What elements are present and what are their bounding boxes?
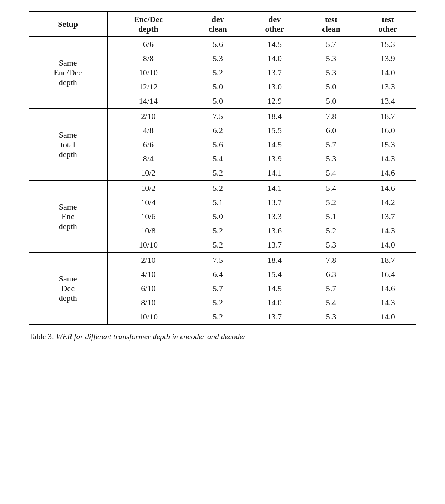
depth-cell: 4/8 xyxy=(107,123,189,138)
header-setup: Setup xyxy=(29,12,107,37)
depth-cell: 12/12 xyxy=(107,80,189,94)
dev-clean-cell: 5.0 xyxy=(189,94,246,109)
table-row: Same Dec depth2/107.518.47.818.7 xyxy=(29,253,416,268)
caption-label: Table 3: xyxy=(29,332,54,341)
dev-other-cell: 14.5 xyxy=(246,37,303,52)
header-depth: Enc/Dec depth xyxy=(107,12,189,37)
depth-cell: 14/14 xyxy=(107,94,189,109)
test-other-cell: 14.6 xyxy=(359,281,416,296)
depth-cell: 10/10 xyxy=(107,66,189,80)
dev-other-cell: 12.9 xyxy=(246,94,303,109)
test-clean-cell: 5.7 xyxy=(303,281,359,296)
test-clean-cell: 5.3 xyxy=(303,238,359,253)
test-other-cell: 14.6 xyxy=(359,181,416,196)
header-dev-other: dev other xyxy=(246,12,303,37)
test-clean-cell: 5.0 xyxy=(303,94,359,109)
results-table: Setup Enc/Dec depth dev clean dev other … xyxy=(29,11,416,325)
setup-cell: Same total depth xyxy=(29,109,107,181)
test-clean-cell: 5.3 xyxy=(303,51,359,66)
dev-other-cell: 14.0 xyxy=(246,296,303,310)
depth-cell: 2/10 xyxy=(107,253,189,268)
test-other-cell: 18.7 xyxy=(359,109,416,124)
dev-other-cell: 15.5 xyxy=(246,123,303,138)
dev-clean-cell: 5.6 xyxy=(189,37,246,52)
dev-other-cell: 13.7 xyxy=(246,66,303,80)
test-other-cell: 18.7 xyxy=(359,253,416,268)
dev-other-cell: 13.7 xyxy=(246,238,303,253)
page-container: Setup Enc/Dec depth dev clean dev other … xyxy=(29,11,416,343)
depth-cell: 10/10 xyxy=(107,238,189,253)
test-other-cell: 13.4 xyxy=(359,94,416,109)
dev-other-cell: 18.4 xyxy=(246,253,303,268)
test-clean-cell: 5.3 xyxy=(303,152,359,166)
dev-clean-cell: 5.0 xyxy=(189,210,246,224)
dev-clean-cell: 6.4 xyxy=(189,267,246,281)
test-clean-cell: 5.3 xyxy=(303,66,359,80)
table-caption: Table 3: WER for different transformer d… xyxy=(29,331,416,343)
dev-clean-cell: 5.6 xyxy=(189,138,246,152)
depth-cell: 10/2 xyxy=(107,166,189,181)
depth-cell: 10/2 xyxy=(107,181,189,196)
depth-cell: 10/6 xyxy=(107,210,189,224)
dev-clean-cell: 5.2 xyxy=(189,66,246,80)
table-row: Same total depth2/107.518.47.818.7 xyxy=(29,109,416,124)
dev-other-cell: 14.1 xyxy=(246,166,303,181)
test-clean-cell: 5.7 xyxy=(303,138,359,152)
dev-clean-cell: 5.1 xyxy=(189,195,246,210)
dev-other-cell: 14.5 xyxy=(246,138,303,152)
test-clean-cell: 7.8 xyxy=(303,109,359,124)
depth-cell: 8/8 xyxy=(107,51,189,66)
dev-clean-cell: 5.0 xyxy=(189,80,246,94)
header-test-clean: test clean xyxy=(303,12,359,37)
dev-other-cell: 13.9 xyxy=(246,152,303,166)
test-other-cell: 13.7 xyxy=(359,210,416,224)
test-other-cell: 13.3 xyxy=(359,80,416,94)
test-clean-cell: 6.0 xyxy=(303,123,359,138)
test-other-cell: 14.3 xyxy=(359,152,416,166)
dev-other-cell: 13.6 xyxy=(246,224,303,238)
dev-clean-cell: 5.7 xyxy=(189,281,246,296)
test-other-cell: 14.2 xyxy=(359,195,416,210)
dev-other-cell: 13.3 xyxy=(246,210,303,224)
table-header-row: Setup Enc/Dec depth dev clean dev other … xyxy=(29,12,416,37)
test-clean-cell: 5.1 xyxy=(303,210,359,224)
test-other-cell: 14.0 xyxy=(359,238,416,253)
test-other-cell: 16.0 xyxy=(359,123,416,138)
test-clean-cell: 5.3 xyxy=(303,310,359,325)
test-other-cell: 14.0 xyxy=(359,66,416,80)
setup-cell: Same Enc depth xyxy=(29,181,107,253)
dev-clean-cell: 7.5 xyxy=(189,253,246,268)
setup-cell: Same Dec depth xyxy=(29,253,107,325)
depth-cell: 8/4 xyxy=(107,152,189,166)
table-row: Same Enc/Dec depth6/65.614.55.715.3 xyxy=(29,37,416,52)
test-clean-cell: 5.4 xyxy=(303,296,359,310)
depth-cell: 6/6 xyxy=(107,37,189,52)
test-clean-cell: 5.4 xyxy=(303,166,359,181)
dev-other-cell: 14.1 xyxy=(246,181,303,196)
test-other-cell: 13.9 xyxy=(359,51,416,66)
depth-cell: 4/10 xyxy=(107,267,189,281)
depth-cell: 10/10 xyxy=(107,310,189,325)
header-dev-clean: dev clean xyxy=(189,12,246,37)
test-other-cell: 15.3 xyxy=(359,138,416,152)
test-clean-cell: 7.8 xyxy=(303,253,359,268)
dev-clean-cell: 5.3 xyxy=(189,51,246,66)
test-clean-cell: 5.2 xyxy=(303,195,359,210)
test-clean-cell: 5.4 xyxy=(303,181,359,196)
dev-other-cell: 13.0 xyxy=(246,80,303,94)
dev-other-cell: 14.0 xyxy=(246,51,303,66)
setup-cell: Same Enc/Dec depth xyxy=(29,37,107,109)
dev-clean-cell: 5.2 xyxy=(189,224,246,238)
caption-text: WER for different transformer depth in e… xyxy=(54,332,246,341)
test-other-cell: 14.6 xyxy=(359,166,416,181)
depth-cell: 6/10 xyxy=(107,281,189,296)
dev-clean-cell: 5.4 xyxy=(189,152,246,166)
depth-cell: 2/10 xyxy=(107,109,189,124)
depth-cell: 8/10 xyxy=(107,296,189,310)
dev-clean-cell: 5.2 xyxy=(189,238,246,253)
header-test-other: test other xyxy=(359,12,416,37)
test-other-cell: 15.3 xyxy=(359,37,416,52)
depth-cell: 6/6 xyxy=(107,138,189,152)
dev-other-cell: 13.7 xyxy=(246,195,303,210)
dev-other-cell: 18.4 xyxy=(246,109,303,124)
